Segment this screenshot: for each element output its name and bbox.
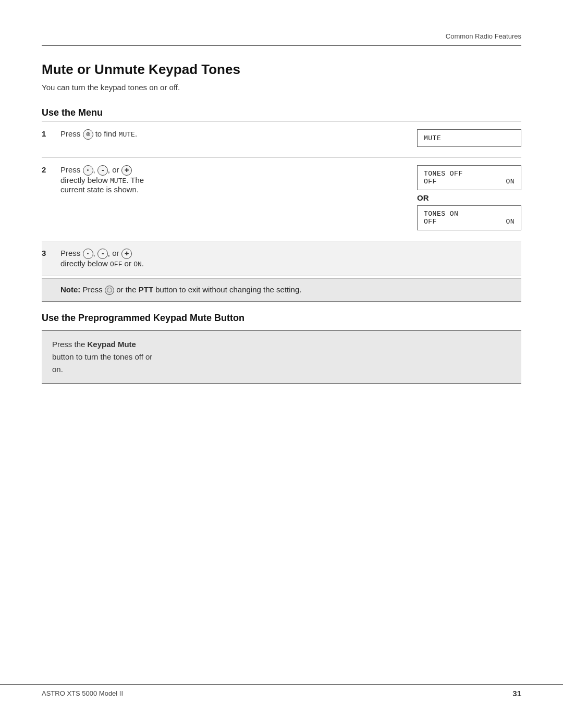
header-area: Common Radio Features — [0, 0, 563, 45]
step-row-2: 2 Press •, ••, or ✚ directly below MUTE.… — [42, 157, 521, 241]
step-display-3 — [407, 241, 521, 276]
page: Common Radio Features Mute or Unmute Key… — [0, 0, 563, 728]
use-menu-section: Use the Menu — [42, 103, 521, 121]
step-number-2: 2 — [42, 158, 60, 241]
step-content-2: Press •, ••, or ✚ directly below MUTE. T… — [60, 158, 407, 241]
step-row-3: 3 Press •, ••, or ✚ directly below OFF o… — [42, 241, 521, 276]
menu-nav-icon-note: ◯ — [105, 286, 114, 295]
use-menu-heading: Use the Menu — [42, 107, 521, 118]
or-separator: OR — [417, 193, 521, 202]
lcd-tones-off-line1: TONES OFF — [424, 170, 515, 178]
preprog-box: Press the Keypad Mute button to turn the… — [42, 330, 521, 384]
lcd-display-tones-on: TONES ON OFF ON — [417, 205, 521, 230]
lcd-display-mute: MUTE — [417, 129, 521, 147]
preprog-text-2: on. — [52, 365, 63, 374]
lcd-on-label-2: ON — [506, 218, 515, 226]
button-cross-2: ✚ — [121, 249, 132, 259]
lcd-display-tones-off: TONES OFF OFF ON — [417, 165, 521, 190]
step-number-3: 3 — [42, 241, 60, 276]
steps-area: 1 Press ◎ to find MUTE. MUTE 2 Press — [42, 121, 521, 276]
step-content-1: Press ◎ to find MUTE. — [60, 122, 407, 157]
keypad-mute-label: Keypad Mute — [88, 340, 136, 349]
lcd-mute-label: MUTE — [424, 134, 441, 142]
lcd-tones-on-text: TONES ON — [424, 210, 458, 218]
lcd-tones-on-line1: TONES ON — [424, 210, 515, 218]
note-label: Note: — [60, 285, 80, 294]
button-single-dot-2: • — [83, 249, 93, 259]
button-single-dot: • — [83, 165, 93, 176]
page-number: 31 — [512, 689, 521, 698]
lcd-off-label: OFF — [424, 178, 437, 186]
footer-left: ASTRO XTS 5000 Model II — [42, 689, 123, 697]
note-text: Note: Press ◯ or the PTT button to exit … — [42, 285, 521, 295]
lcd-on-label-1: ON — [506, 178, 515, 186]
button-cross: ✚ — [121, 165, 132, 176]
step-display-2: TONES OFF OFF ON OR TONES ON — [407, 158, 521, 241]
preprog-heading: Use the Preprogrammed Keypad Mute Button — [42, 313, 521, 324]
section-title: Common Radio Features — [446, 32, 521, 40]
lcd-tones-off-line2: OFF ON — [424, 178, 515, 186]
step-row-1: 1 Press ◎ to find MUTE. MUTE — [42, 121, 521, 157]
button-double-dot: •• — [97, 165, 108, 176]
button-double-dot-2: •• — [97, 249, 108, 259]
lcd-off-label-2: OFF — [424, 218, 437, 226]
intro-text: You can turn the keypad tones on or off. — [42, 83, 521, 92]
note-area: Note: Press ◯ or the PTT button to exit … — [42, 278, 521, 302]
footer-area: ASTRO XTS 5000 Model II 31 — [0, 684, 563, 702]
menu-nav-icon-1: ◎ — [83, 129, 93, 140]
page-title: Mute or Unmute Keypad Tones — [42, 61, 521, 78]
step-content-3: Press •, ••, or ✚ directly below OFF or … — [60, 241, 407, 276]
preprog-section: Use the Preprogrammed Keypad Mute Button… — [42, 313, 521, 384]
step-display-1: MUTE — [407, 122, 521, 157]
lcd-tones-on-line2: OFF ON — [424, 218, 515, 226]
preprog-text: button to turn the tones off or — [52, 352, 152, 361]
step-number-1: 1 — [42, 122, 60, 157]
lcd-tones-off-text: TONES OFF — [424, 170, 463, 178]
main-content: Mute or Unmute Keypad Tones You can turn… — [0, 46, 563, 415]
or-label: OR — [417, 193, 429, 202]
